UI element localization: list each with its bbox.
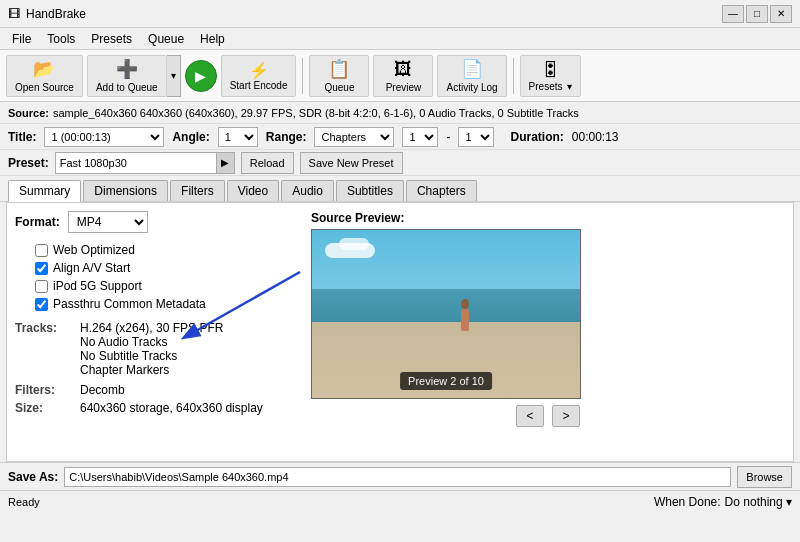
preview-label: Preview bbox=[386, 82, 422, 93]
close-button[interactable]: ✕ bbox=[770, 5, 792, 23]
main-content: Format: MP4MKVWebM Web Optimized Align A… bbox=[6, 202, 794, 462]
range-separator: - bbox=[446, 130, 450, 144]
preview-next-button[interactable]: > bbox=[552, 405, 580, 427]
browse-button[interactable]: Browse bbox=[737, 466, 792, 488]
encode-play-button[interactable]: ▶ bbox=[185, 60, 217, 92]
when-done-value[interactable]: Do nothing ▾ bbox=[725, 495, 792, 509]
saveas-bar: Save As: Browse bbox=[0, 462, 800, 490]
saveas-input[interactable] bbox=[64, 467, 731, 487]
preview-nav: < > bbox=[311, 405, 785, 427]
web-optimized-label: Web Optimized bbox=[53, 243, 135, 257]
add-to-queue-button[interactable]: ➕ Add to Queue bbox=[87, 55, 167, 97]
tabs-bar: Summary Dimensions Filters Video Audio S… bbox=[0, 176, 800, 202]
checkbox-align-av: Align A/V Start bbox=[35, 261, 295, 275]
preset-value: Fast 1080p30 bbox=[56, 157, 216, 169]
tab-audio[interactable]: Audio bbox=[281, 180, 334, 201]
title-bar: 🎞 HandBrake — □ ✕ bbox=[0, 0, 800, 28]
checkbox-web-optimized: Web Optimized bbox=[35, 243, 295, 257]
preview-button[interactable]: 🖼 Preview bbox=[373, 55, 433, 97]
source-preview-label: Source Preview: bbox=[311, 211, 785, 225]
open-source-button[interactable]: 📂 Open Source bbox=[6, 55, 83, 97]
tracks-values: H.264 (x264), 30 FPS PFR No Audio Tracks… bbox=[80, 321, 223, 377]
title-label: Title: bbox=[8, 130, 36, 144]
size-label: Size: bbox=[15, 401, 80, 415]
ipod-label: iPod 5G Support bbox=[53, 279, 142, 293]
track-4: Chapter Markers bbox=[80, 363, 223, 377]
align-av-label: Align A/V Start bbox=[53, 261, 130, 275]
checkbox-passthru: Passthru Common Metadata bbox=[35, 297, 295, 311]
maximize-button[interactable]: □ bbox=[746, 5, 768, 23]
info-section: Tracks: H.264 (x264), 30 FPS PFR No Audi… bbox=[15, 321, 295, 415]
menu-queue[interactable]: Queue bbox=[140, 30, 192, 48]
preview-prev-button[interactable]: < bbox=[516, 405, 544, 427]
menu-help[interactable]: Help bbox=[192, 30, 233, 48]
start-encode-button[interactable]: ⚡ Start Encode bbox=[221, 55, 297, 97]
track-3: No Subtitle Tracks bbox=[80, 349, 223, 363]
filters-label: Filters: bbox=[15, 383, 80, 397]
activity-log-icon: 📄 bbox=[461, 58, 483, 80]
activity-log-button[interactable]: 📄 Activity Log bbox=[437, 55, 506, 97]
source-value: sample_640x360 640x360 (640x360), 29.97 … bbox=[53, 107, 579, 119]
tab-video[interactable]: Video bbox=[227, 180, 279, 201]
preview-badge: Preview 2 of 10 bbox=[400, 372, 492, 390]
when-done-label: When Done: bbox=[654, 495, 721, 509]
size-value: 640x360 storage, 640x360 display bbox=[80, 401, 263, 415]
format-select[interactable]: MP4MKVWebM bbox=[68, 211, 148, 233]
queue-icon: 📋 bbox=[328, 58, 350, 80]
queue-label: Queue bbox=[324, 82, 354, 93]
minimize-button[interactable]: — bbox=[722, 5, 744, 23]
ipod-checkbox[interactable] bbox=[35, 280, 48, 293]
format-row: Format: MP4MKVWebM bbox=[15, 211, 295, 233]
range-from-select[interactable]: 1 bbox=[402, 127, 438, 147]
angle-select[interactable]: 1 bbox=[218, 127, 258, 147]
save-new-preset-button[interactable]: Save New Preset bbox=[300, 152, 403, 174]
right-panel: Source Preview: Preview 2 of 10 < bbox=[311, 211, 785, 453]
add-queue-label: Add to Queue bbox=[96, 82, 158, 93]
tab-dimensions[interactable]: Dimensions bbox=[83, 180, 168, 201]
passthru-label: Passthru Common Metadata bbox=[53, 297, 206, 311]
range-type-select[interactable]: Chapters bbox=[314, 127, 394, 147]
start-encode-label: Start Encode bbox=[230, 80, 288, 91]
track-1: H.264 (x264), 30 FPS PFR bbox=[80, 321, 223, 335]
tab-subtitles[interactable]: Subtitles bbox=[336, 180, 404, 201]
menu-bar: File Tools Presets Queue Help bbox=[0, 28, 800, 50]
open-source-icon: 📂 bbox=[33, 58, 55, 80]
presets-icon: 🎛 bbox=[541, 60, 559, 81]
angle-label: Angle: bbox=[172, 130, 209, 144]
preview-container: Preview 2 of 10 bbox=[311, 229, 581, 399]
start-encode-icon: ⚡ bbox=[249, 61, 269, 80]
presets-chevron: ▾ bbox=[567, 81, 572, 92]
format-label: Format: bbox=[15, 215, 60, 229]
tab-chapters[interactable]: Chapters bbox=[406, 180, 477, 201]
range-label: Range: bbox=[266, 130, 307, 144]
filters-value: Decomb bbox=[80, 383, 125, 397]
menu-presets[interactable]: Presets bbox=[83, 30, 140, 48]
preset-label: Preset: bbox=[8, 156, 49, 170]
meta-row: Title: 1 (00:00:13) Angle: 1 Range: Chap… bbox=[0, 124, 800, 150]
tab-summary[interactable]: Summary bbox=[8, 180, 81, 202]
source-info-bar: Source: sample_640x360 640x360 (640x360)… bbox=[0, 102, 800, 124]
tab-filters[interactable]: Filters bbox=[170, 180, 225, 201]
range-to-select[interactable]: 1 bbox=[458, 127, 494, 147]
preset-arrow-button[interactable]: ▶ bbox=[216, 153, 234, 173]
saveas-label: Save As: bbox=[8, 470, 58, 484]
passthru-checkbox[interactable] bbox=[35, 298, 48, 311]
toolbar: 📂 Open Source ➕ Add to Queue ▾ ▶ ⚡ Start… bbox=[0, 50, 800, 102]
duration-label: Duration: bbox=[510, 130, 563, 144]
add-queue-dropdown[interactable]: ▾ bbox=[167, 55, 181, 97]
presets-label: Presets bbox=[529, 81, 563, 92]
duration-value: 00:00:13 bbox=[572, 130, 619, 144]
web-optimized-checkbox[interactable] bbox=[35, 244, 48, 257]
presets-button[interactable]: 🎛 Presets ▾ bbox=[520, 55, 581, 97]
align-av-checkbox[interactable] bbox=[35, 262, 48, 275]
tracks-label: Tracks: bbox=[15, 321, 80, 377]
checkbox-group: Web Optimized Align A/V Start iPod 5G Su… bbox=[35, 243, 295, 311]
menu-file[interactable]: File bbox=[4, 30, 39, 48]
menu-tools[interactable]: Tools bbox=[39, 30, 83, 48]
status-text: Ready bbox=[8, 496, 40, 508]
app-icon: 🎞 bbox=[8, 7, 20, 21]
queue-button[interactable]: 📋 Queue bbox=[309, 55, 369, 97]
size-row: Size: 640x360 storage, 640x360 display bbox=[15, 401, 295, 415]
title-select[interactable]: 1 (00:00:13) bbox=[44, 127, 164, 147]
reload-button[interactable]: Reload bbox=[241, 152, 294, 174]
